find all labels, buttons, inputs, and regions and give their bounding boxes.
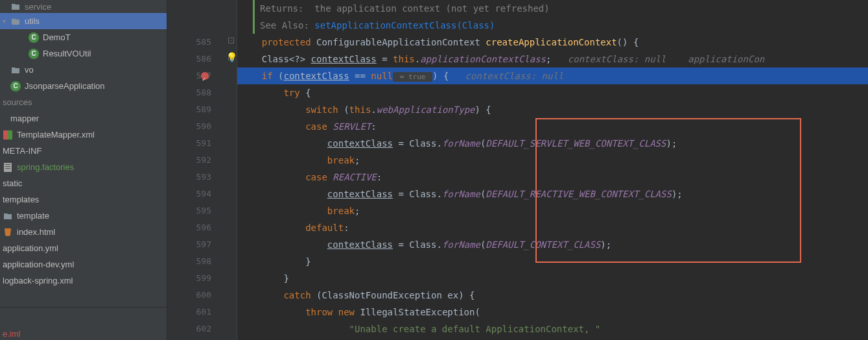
class-icon: C [29, 32, 39, 43]
code-line-601[interactable]: throw new IllegalStateException( [237, 304, 868, 321]
tree-item-jsonparseapp[interactable]: C JsonparseApplication [0, 78, 167, 94]
class-icon: C [29, 49, 39, 59]
fold-column[interactable]: − − [226, 0, 237, 340]
code-line-596[interactable]: default: [237, 219, 868, 236]
line-number[interactable]: 600 [167, 287, 211, 304]
tree-label: TemplateMapper.xml [17, 130, 95, 140]
line-number[interactable]: 598 [167, 253, 211, 270]
tree-item-template[interactable]: template [0, 208, 167, 224]
project-tree[interactable]: service ▾ utils C DemoT C ResultVOUtil v… [0, 0, 167, 340]
line-number[interactable]: 589 [167, 101, 211, 118]
tree-item-springfactories[interactable]: spring.factories [0, 159, 167, 175]
inline-hint: = true [393, 72, 432, 82]
code-line-592[interactable]: break; [237, 152, 868, 169]
line-number[interactable]: 601 [167, 304, 211, 321]
svg-rect-4 [5, 166, 10, 167]
code-content[interactable]: Returns: the application context (not ye… [237, 0, 868, 340]
code-line-600[interactable]: catch (ClassNotFoundException ex) { [237, 287, 868, 304]
tree-item-appdevyml[interactable]: application-dev.yml [0, 256, 167, 273]
line-number[interactable]: 586 [167, 51, 211, 67]
tree-label: logback-spring.xml [3, 276, 73, 285]
tree-label: application.yml [3, 243, 58, 253]
tree-label: ResultVOUtil [43, 49, 91, 58]
code-line-602[interactable]: "Unable create a default ApplicationCont… [237, 321, 868, 337]
expand-arrow-icon[interactable]: ▾ [3, 18, 10, 25]
tree-label: template [17, 211, 49, 221]
code-line-594[interactable]: contextClass = Class.forName(DEFAULT_REA… [237, 186, 868, 202]
code-line-585[interactable]: protected ConfigurableApplicationContext… [237, 34, 868, 51]
line-number[interactable]: 595 [167, 202, 211, 219]
svg-rect-3 [5, 164, 10, 165]
line-number[interactable]: 593 [167, 169, 211, 186]
code-line-587-current[interactable]: if (contextClass == null = true ) { cont… [237, 67, 868, 84]
tree-item-demot[interactable]: C DemoT [0, 29, 167, 45]
tree-item-metainf[interactable]: META-INF [0, 143, 167, 159]
code-line-590[interactable]: case SERVLET: [237, 118, 868, 135]
code-line-595[interactable]: break; [237, 202, 868, 219]
code-line-588[interactable]: try { [237, 84, 868, 101]
tree-label: templates [3, 195, 39, 204]
line-number[interactable]: 587 [167, 67, 211, 84]
code-line-598[interactable]: } [237, 253, 868, 270]
doc-link[interactable]: setApplicationContextClass(Class) [314, 17, 495, 34]
tree-label: mapper [10, 114, 39, 123]
doc-returns: Returns: the application context (not ye… [260, 0, 550, 17]
tree-item-iml[interactable]: e.iml [0, 326, 167, 340]
folder-icon [10, 1, 21, 12]
svg-rect-1 [8, 130, 12, 140]
class-icon: C [10, 81, 21, 91]
fold-toggle-icon[interactable]: − [228, 38, 234, 43]
code-line-589[interactable]: switch (this.webApplicationType) { [237, 101, 868, 118]
tree-label: utils [25, 16, 40, 26]
line-number[interactable]: 585 [167, 34, 211, 51]
intention-bulb-icon[interactable]: 💡 [226, 52, 237, 62]
tree-item-service[interactable]: service [0, 0, 167, 13]
tree-label: application-dev.yml [3, 260, 74, 269]
code-line-586[interactable]: Class<?> contextClass = this.application… [237, 51, 868, 67]
tree-item-vo[interactable]: vo [0, 62, 167, 78]
tree-label: static [3, 178, 22, 188]
tree-label: index.html [17, 227, 55, 237]
line-number[interactable]: 590 [167, 118, 211, 135]
code-line-599[interactable]: } [237, 270, 868, 287]
tree-label: META-INF [3, 146, 41, 156]
tree-item-appyml[interactable]: application.yml [0, 240, 167, 256]
line-number[interactable]: 602 [167, 321, 211, 337]
tree-label: e.iml [3, 329, 20, 339]
line-number[interactable]: 591 [167, 135, 211, 152]
code-line-593[interactable]: case REACTIVE: [237, 169, 868, 186]
tree-label: JsonparseApplication [25, 81, 105, 91]
line-number[interactable]: 599 [167, 270, 211, 287]
folder-icon [10, 65, 21, 75]
tree-item-templates[interactable]: templates [0, 191, 167, 208]
xml-icon [3, 130, 13, 140]
tree-item-static[interactable]: static [0, 175, 167, 191]
breakpoint-icon[interactable] [201, 72, 209, 80]
line-number[interactable]: 588 [167, 84, 211, 101]
folder-icon [3, 211, 13, 221]
code-line-591[interactable]: contextClass = Class.forName(DEFAULT_SER… [237, 135, 868, 152]
tree-label: sources [3, 97, 32, 107]
doc-seealso: See Also: [260, 17, 314, 34]
line-number[interactable]: 592 [167, 152, 211, 169]
tree-label: spring.factories [17, 162, 74, 172]
file-icon [3, 162, 13, 173]
tree-item-templatemapper[interactable]: TemplateMapper.xml [0, 127, 167, 143]
tree-label: DemoT [43, 32, 71, 42]
tree-item-mapper[interactable]: mapper [0, 110, 167, 127]
tree-item-utils[interactable]: ▾ utils [0, 13, 167, 29]
line-number[interactable]: 594 [167, 186, 211, 202]
line-gutter[interactable]: 5855865875885895905915925935945955965975… [167, 0, 226, 340]
tree-label: vo [25, 65, 34, 75]
folder-icon [10, 16, 21, 27]
tree-item-indexhtml[interactable]: index.html [0, 224, 167, 240]
tree-item-resultvoutil[interactable]: C ResultVOUtil [0, 45, 167, 62]
line-number[interactable]: 596 [167, 219, 211, 236]
code-line-597[interactable]: contextClass = Class.forName(DEFAULT_CON… [237, 236, 868, 253]
line-number[interactable]: 597 [167, 236, 211, 253]
tree-label: service [25, 2, 51, 12]
html-icon [3, 227, 13, 237]
tree-item-logback[interactable]: logback-spring.xml [0, 273, 167, 289]
tree-item-sources[interactable]: sources [0, 94, 167, 110]
code-editor[interactable]: 5855865875885895905915925935945955965975… [167, 0, 868, 340]
